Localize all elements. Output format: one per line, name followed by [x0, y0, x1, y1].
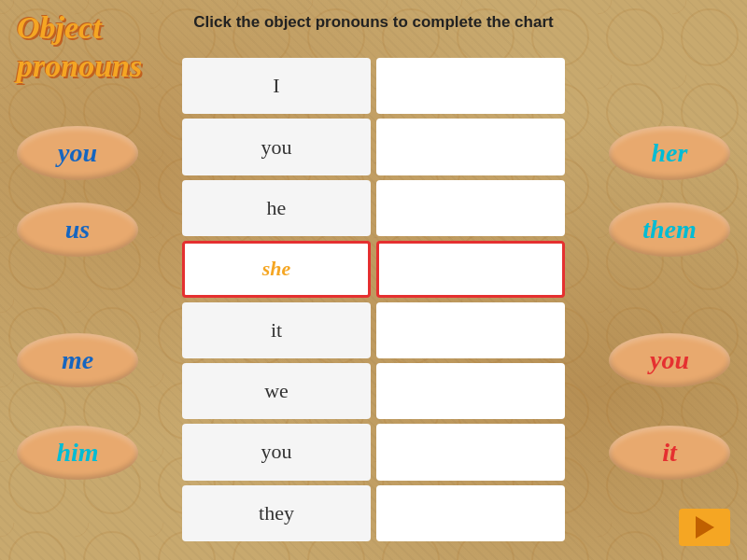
oval-us[interactable]: us	[17, 203, 138, 257]
oval-them[interactable]: them	[609, 203, 730, 257]
oval-label: it	[662, 438, 677, 468]
oval-label: us	[65, 215, 90, 245]
oval-label: me	[62, 345, 93, 375]
oval-you2[interactable]: you	[609, 333, 730, 387]
side-ovals: youusmehimherthemyouit	[0, 58, 747, 541]
oval-me[interactable]: me	[17, 333, 138, 387]
oval-him[interactable]: him	[17, 426, 138, 480]
oval-label: you	[58, 138, 97, 168]
oval-label: him	[56, 438, 98, 468]
oval-her[interactable]: her	[609, 126, 730, 180]
oval-label: her	[652, 138, 688, 168]
oval-it[interactable]: it	[609, 426, 730, 480]
oval-label: you	[650, 345, 689, 375]
next-button[interactable]	[679, 509, 730, 546]
instruction: Click the object pronouns to complete th…	[0, 13, 747, 32]
oval-label: them	[642, 215, 697, 245]
oval-you[interactable]: you	[17, 126, 138, 180]
